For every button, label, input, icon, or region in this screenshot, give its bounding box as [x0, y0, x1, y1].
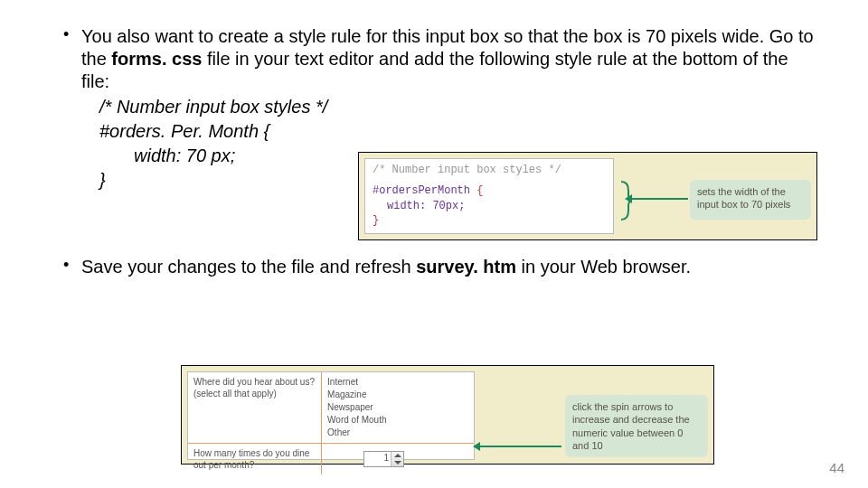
- figure-css-editor: /* Number input box styles */ #ordersPer…: [358, 152, 817, 240]
- arrow-icon: [630, 198, 688, 200]
- figure-form-preview: Where did you hear about us? (select all…: [181, 365, 714, 465]
- code-editor-panel: /* Number input box styles */ #ordersPer…: [364, 158, 614, 234]
- code-line-1: /* Number input box styles */: [99, 95, 814, 119]
- form-panel: Where did you hear about us? (select all…: [187, 371, 475, 460]
- bullet-2: Save your changes to the file and refres…: [81, 256, 814, 278]
- number-value: 1: [384, 453, 390, 463]
- form-label-source: Where did you hear about us? (select all…: [188, 372, 321, 443]
- option-magazine: Magazine: [327, 389, 468, 401]
- code-brace-open: {: [476, 184, 483, 197]
- spin-buttons-icon[interactable]: [391, 452, 403, 466]
- option-other: Other: [327, 427, 468, 439]
- b2-text-post: in your Web browser.: [516, 257, 691, 277]
- callout-note-2: click the spin arrows to increase and de…: [565, 395, 708, 457]
- callout-note-1: sets the width of the input box to 70 pi…: [690, 180, 811, 220]
- code-property: width: 70px;: [387, 199, 606, 214]
- b2-filename: survey. htm: [416, 257, 516, 277]
- code-brace-close: }: [373, 213, 606, 229]
- page-number: 44: [829, 460, 844, 475]
- option-internet: Internet: [327, 376, 468, 389]
- form-options-list: Internet Magazine Newspaper Word of Mout…: [321, 372, 474, 443]
- b2-text-pre: Save your changes to the file and refres…: [81, 257, 416, 277]
- option-newspaper: Newspaper: [327, 401, 468, 414]
- code-comment: /* Number input box styles */: [373, 163, 606, 178]
- b1-filename: forms. css: [111, 49, 202, 69]
- form-label-dineout: How many times do you dine out per month…: [188, 444, 321, 474]
- option-wom: Word of Mouth: [327, 414, 468, 427]
- code-selector: #ordersPerMonth: [373, 184, 476, 197]
- number-input[interactable]: 1: [363, 451, 404, 467]
- arrow-icon: [478, 446, 561, 447]
- code-line-2: #orders. Per. Month {: [99, 119, 814, 144]
